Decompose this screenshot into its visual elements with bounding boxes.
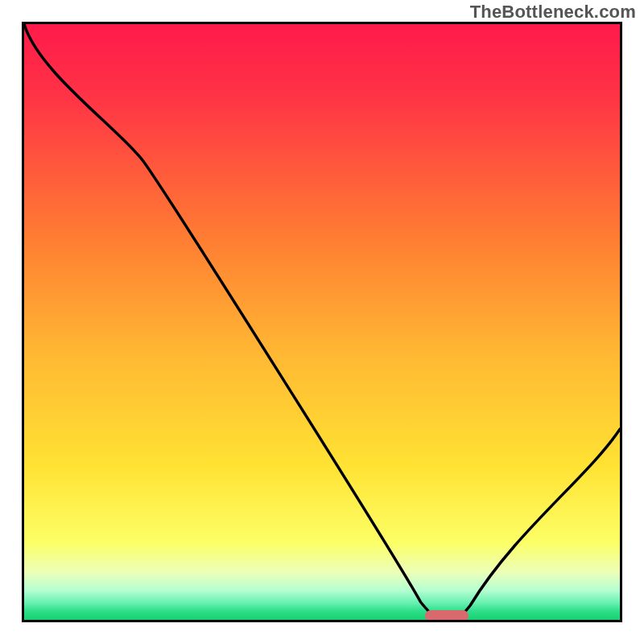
optimal-marker xyxy=(425,610,469,621)
watermark-text: TheBottleneck.com xyxy=(470,2,636,23)
chart-container: TheBottleneck.com xyxy=(0,0,644,644)
bottleneck-curve xyxy=(24,24,620,620)
plot-area xyxy=(22,22,622,622)
